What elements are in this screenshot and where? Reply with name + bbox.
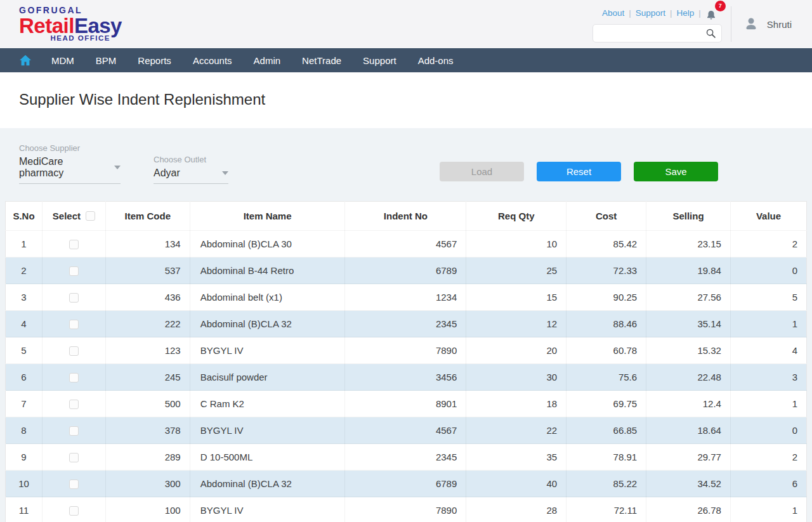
value-cell: 1 — [730, 311, 806, 337]
req-qty-cell: 28 — [466, 497, 566, 522]
indent-no-cell: 7890 — [345, 497, 466, 522]
req-qty-cell: 35 — [466, 444, 566, 471]
col-cost: Cost — [566, 202, 646, 231]
cost-cell: 75.6 — [566, 364, 646, 391]
nav-item-accounts[interactable]: Accounts — [182, 55, 243, 66]
about-link[interactable]: About — [602, 8, 624, 18]
search-icon[interactable] — [705, 28, 716, 39]
cost-cell: 69.75 — [566, 391, 646, 417]
sno-cell: 5 — [6, 337, 43, 364]
col-req-qty: Req Qty — [466, 202, 566, 231]
table-row: 6245Bacisulf powder34563075.622.483 — [6, 364, 807, 391]
nav-item-mdm[interactable]: MDM — [41, 55, 85, 66]
row-checkbox[interactable] — [69, 240, 79, 249]
notification-badge: 7 — [715, 1, 726, 11]
table-row: 3436Abdominal belt (x1)12341590.2527.565 — [6, 284, 807, 311]
col-selling: Selling — [646, 202, 731, 231]
col-value: Value — [730, 202, 806, 231]
row-checkbox[interactable] — [69, 293, 79, 303]
item-code-cell: 436 — [105, 284, 190, 311]
req-qty-cell: 15 — [466, 284, 566, 311]
value-cell: 5 — [730, 284, 806, 311]
nav-item-support[interactable]: Support — [352, 55, 407, 66]
indent-table: S.No Select Item Code Item Name Indent N… — [5, 201, 807, 522]
item-name-cell: Abdominal (B)CLA 30 — [190, 231, 345, 258]
value-cell: 4 — [730, 337, 806, 364]
user-avatar-icon — [742, 15, 761, 34]
user-menu[interactable]: Shruti — [742, 15, 792, 34]
selling-cell: 22.48 — [646, 364, 731, 391]
bell-icon — [705, 10, 717, 22]
cost-cell: 85.22 — [566, 471, 646, 497]
row-checkbox[interactable] — [69, 346, 79, 356]
selling-cell: 18.64 — [646, 417, 731, 444]
nav-item-admin[interactable]: Admin — [243, 55, 292, 66]
selling-cell: 15.32 — [646, 337, 731, 364]
sno-cell: 10 — [6, 471, 43, 497]
support-link[interactable]: Support — [636, 8, 665, 18]
link-separator: | — [629, 8, 631, 18]
indent-no-cell: 6789 — [345, 258, 466, 284]
brand-gofrugal: GOFRUGAL — [19, 6, 122, 15]
row-checkbox[interactable] — [69, 400, 79, 409]
chevron-down-icon — [222, 171, 228, 175]
reset-button[interactable]: Reset — [537, 162, 621, 181]
row-checkbox[interactable] — [69, 266, 79, 276]
table-row: 10300Abdominal (B)CLA 3267894085.2234.52… — [6, 471, 807, 497]
selling-cell: 27.56 — [646, 284, 731, 311]
nav-item-reports[interactable]: Reports — [127, 55, 182, 66]
col-select-label: Select — [53, 211, 81, 221]
select-cell — [42, 391, 105, 417]
item-code-cell: 134 — [105, 231, 190, 258]
row-checkbox[interactable] — [69, 320, 79, 329]
indent-no-cell: 8901 — [345, 391, 466, 417]
row-checkbox[interactable] — [69, 480, 79, 489]
item-code-cell: 100 — [105, 497, 190, 522]
select-all-checkbox[interactable] — [86, 211, 95, 221]
top-bar: GOFRUGAL RetailEasy HEAD OFFICE About | … — [0, 0, 812, 48]
sno-cell: 3 — [6, 284, 43, 311]
nav-item-nettrade[interactable]: NetTrade — [291, 55, 352, 66]
outlet-label: Choose Outlet — [154, 155, 228, 164]
notification-bell[interactable]: 7 — [705, 6, 722, 20]
sno-cell: 7 — [6, 391, 43, 417]
selling-cell: 12.4 — [646, 391, 731, 417]
table-header-row: S.No Select Item Code Item Name Indent N… — [6, 202, 807, 231]
search-input[interactable] — [598, 29, 705, 38]
cost-cell: 90.25 — [566, 284, 646, 311]
col-select: Select — [42, 202, 105, 231]
save-button[interactable]: Save — [634, 162, 718, 181]
nav-item-addons[interactable]: Add-ons — [407, 55, 464, 66]
outlet-value: Adyar — [154, 167, 180, 179]
value-cell: 1 — [730, 391, 806, 417]
select-cell — [42, 311, 105, 337]
table-body: 1134Abdominal (B)CLA 3045671085.4223.152… — [6, 231, 807, 522]
help-link[interactable]: Help — [677, 8, 695, 18]
indent-no-cell: 4567 — [345, 417, 466, 444]
item-code-cell: 245 — [105, 364, 190, 391]
sno-cell: 1 — [6, 231, 43, 258]
req-qty-cell: 25 — [466, 258, 566, 284]
supplier-dropdown[interactable]: MediCare pharmacy — [19, 156, 121, 184]
row-checkbox[interactable] — [69, 373, 79, 382]
indent-no-cell: 4567 — [345, 231, 466, 258]
nav-item-bpm[interactable]: BPM — [85, 55, 128, 66]
value-cell: 1 — [730, 497, 806, 522]
supplier-value: MediCare pharmacy — [19, 156, 107, 179]
row-checkbox[interactable] — [69, 506, 79, 516]
nav-home[interactable] — [10, 55, 41, 66]
table-row: 5123BYGYL IV78902060.7815.324 — [6, 337, 807, 364]
indent-table-wrap: S.No Select Item Code Item Name Indent N… — [5, 201, 807, 522]
links-search-area: About | Support | Help | 7 — [593, 6, 722, 42]
select-cell — [42, 231, 105, 258]
indent-no-cell: 7890 — [345, 337, 466, 364]
search-box[interactable] — [593, 24, 722, 42]
req-qty-cell: 22 — [466, 417, 566, 444]
row-checkbox[interactable] — [69, 453, 79, 462]
item-name-cell: Bacisulf powder — [190, 364, 345, 391]
row-checkbox[interactable] — [69, 426, 79, 436]
load-button[interactable]: Load — [440, 162, 524, 181]
outlet-dropdown[interactable]: Adyar — [154, 167, 228, 184]
col-item-name: Item Name — [190, 202, 345, 231]
table-row: 7500C Ram K289011869.7512.41 — [6, 391, 807, 417]
